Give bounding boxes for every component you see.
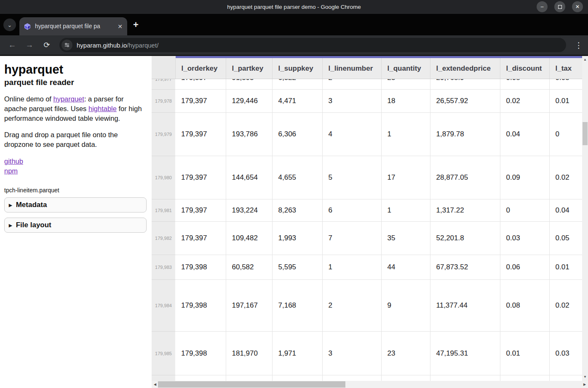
forward-button[interactable]: → — [22, 38, 37, 52]
table-cell: 5,595 — [272, 255, 322, 280]
column-header[interactable]: l_orderkey — [175, 57, 226, 79]
vertical-scrollbar[interactable]: ▲ ▼ — [582, 56, 588, 381]
table-cell: 60,582 — [226, 255, 272, 280]
maximize-button[interactable] — [554, 1, 565, 12]
scroll-left-arrow-icon[interactable]: ◀ — [152, 381, 158, 388]
tab-close-button[interactable]: ✕ — [116, 23, 124, 30]
table-cell: 0.01 — [549, 90, 582, 113]
kebab-menu-icon: ⋮ — [575, 41, 583, 50]
table-cell: 0.08 — [500, 79, 549, 90]
scroll-right-arrow-icon[interactable]: ▶ — [582, 381, 588, 388]
table-cell: 179,397 — [175, 156, 226, 199]
table-cell — [381, 375, 430, 381]
table-cell: 7,168 — [272, 280, 322, 332]
table-cell: 197,167 — [226, 280, 272, 332]
row-number: 179,979 — [152, 113, 175, 156]
table-cell: 0.02 — [549, 280, 582, 332]
horizontal-scroll-thumb[interactable] — [158, 381, 345, 388]
table-cell: 0.05 — [549, 222, 582, 255]
file-layout-disclosure[interactable]: ▶ File layout — [4, 218, 147, 233]
column-header[interactable]: l_suppkey — [272, 57, 322, 79]
vertical-scroll-thumb[interactable] — [583, 122, 588, 145]
table-cell: 52,201.8 — [430, 222, 500, 255]
file-layout-label: File layout — [16, 221, 51, 229]
address-bar[interactable]: hyparam.github.io/hyparquet/ — [59, 38, 566, 52]
column-header[interactable]: l_linenumber — [322, 57, 381, 79]
close-icon: ✕ — [575, 4, 580, 9]
window-titlebar: hyparquet parquet file parser demo - Goo… — [0, 0, 588, 14]
table-cell: 29,768.9 — [430, 79, 500, 90]
table-cell: 47,195.31 — [430, 332, 500, 375]
close-button[interactable]: ✕ — [572, 1, 583, 12]
hyparquet-link[interactable]: hyparquet — [53, 95, 84, 103]
table-cell: 179,397 — [175, 90, 226, 113]
column-header[interactable]: l_quantity — [381, 57, 430, 79]
page-content: hyparquet parquet file reader Online dem… — [0, 56, 588, 388]
table-viewport: l_orderkey l_partkey l_suppkey l_linenum… — [152, 56, 582, 381]
back-button[interactable]: ← — [5, 38, 19, 52]
github-link[interactable]: github — [4, 157, 23, 165]
table-cell — [322, 375, 381, 381]
column-header[interactable]: l_discount — [500, 57, 549, 79]
table-cell: 1 — [381, 199, 430, 222]
table-cell: 3 — [322, 90, 381, 113]
minimize-button[interactable]: – — [537, 1, 548, 12]
table-cell: 0.02 — [500, 90, 549, 113]
table-cell: 4,471 — [272, 90, 322, 113]
table-cell: 91,303 — [226, 79, 272, 90]
tab-search-button[interactable]: ⌄ — [3, 19, 16, 31]
reload-button[interactable]: ⟳ — [40, 38, 54, 52]
table-cell: 1,993 — [272, 222, 322, 255]
maximize-icon — [558, 5, 562, 9]
external-links: github npm — [4, 157, 147, 176]
scroll-down-arrow-icon[interactable]: ▼ — [582, 374, 588, 380]
hightable-link[interactable]: hightable — [88, 105, 117, 112]
browser-tab[interactable]: hyparquet parquet file pa ✕ — [19, 17, 127, 35]
tune-icon — [64, 42, 70, 48]
table-cell: 0.01 — [500, 332, 549, 375]
table-cell: 129,446 — [226, 90, 272, 113]
table-cell: 1,879.78 — [430, 113, 500, 156]
table-cell: 144,654 — [226, 156, 272, 199]
new-tab-button[interactable]: + — [133, 20, 139, 29]
table-cell: 17 — [381, 156, 430, 199]
metadata-disclosure[interactable]: ▶ Metadata — [4, 197, 147, 213]
browser-menu-button[interactable]: ⋮ — [574, 40, 584, 50]
table-cell: 0.04 — [500, 113, 549, 156]
row-number: 179,978 — [152, 90, 175, 113]
table-cell: 181,970 — [226, 332, 272, 375]
forward-arrow-icon: → — [26, 40, 34, 50]
table-cell: 6,322 — [272, 79, 322, 90]
scroll-up-arrow-icon[interactable]: ▲ — [582, 57, 588, 63]
table-cell: 7 — [322, 222, 381, 255]
horizontal-scrollbar[interactable]: ◀ ▶ — [152, 381, 588, 388]
table-cell: 8,263 — [272, 199, 322, 222]
table-row: 179,978 179,397 129,446 4,471 3 18 26,55… — [152, 90, 582, 113]
row-number — [152, 375, 175, 381]
table-cell: 67,873.52 — [430, 255, 500, 280]
row-number: 179,984 — [152, 280, 175, 332]
back-arrow-icon: ← — [8, 40, 16, 50]
reload-icon: ⟳ — [43, 40, 50, 50]
table-cell: 2 — [322, 79, 381, 90]
column-header[interactable]: l_tax — [549, 57, 582, 79]
column-header[interactable]: l_extendedprice — [430, 57, 500, 79]
table-cell: 4 — [322, 113, 381, 156]
column-header[interactable]: l_partkey — [226, 57, 272, 79]
minimize-icon: – — [541, 4, 544, 9]
table-row: 179,979 179,397 193,786 6,306 4 1 1,879.… — [152, 113, 582, 156]
site-info-button[interactable] — [61, 40, 72, 50]
metadata-label: Metadata — [16, 201, 47, 209]
url-host: hyparam.github.io — [77, 42, 127, 49]
corner-header-cell — [152, 57, 175, 79]
hyparquet-favicon-icon — [24, 23, 31, 30]
table-cell: 179,398 — [175, 280, 226, 332]
table-row: 179,983 179,398 60,582 5,595 1 44 67,873… — [152, 255, 582, 280]
table-cell: 179,397 — [175, 222, 226, 255]
table-cell: 179,398 — [175, 255, 226, 280]
npm-link[interactable]: npm — [4, 167, 18, 175]
table-cell: 109,482 — [226, 222, 272, 255]
table-cell: 3 — [322, 332, 381, 375]
window-title: hyparquet parquet file parser demo - Goo… — [0, 4, 588, 10]
dropzone-instructions: Drag and drop a parquet file onto the dr… — [4, 130, 147, 149]
